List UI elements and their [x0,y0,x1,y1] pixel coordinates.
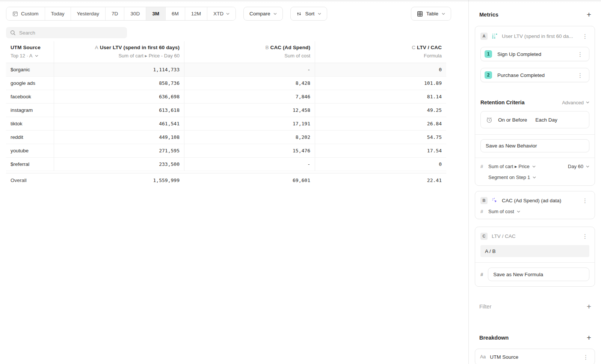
metrics-title: Metrics [479,12,498,18]
results-table: UTM Source Top 12 · A AUser LTV (spend i… [6,41,446,187]
more-menu-icon[interactable]: ⋮ [576,72,584,79]
more-menu-icon[interactable]: ⋮ [581,353,590,361]
table-row[interactable]: facebook 636,698 7,846 81.14 [6,90,446,104]
metric-badge-c: C [480,233,488,240]
string-type-icon: Aa [480,354,486,359]
retention-criteria-header: Retention Criteria Advanced [480,99,589,105]
save-as-new-behavior-button[interactable]: Save as New Behavior [480,139,589,152]
table-overall-row: Overall 1,559,999 69,601 22.41 [6,173,446,187]
chevron-down-icon [533,176,536,179]
range-yesterday-button[interactable]: Yesterday [71,7,106,20]
divider [475,158,595,158]
more-menu-icon[interactable]: ⋮ [581,233,589,240]
breakdown-title: Breakdown [479,335,509,341]
range-xtd-button[interactable]: XTD [207,7,236,20]
add-breakdown-button[interactable]: + [587,334,591,341]
search-bar [6,27,127,38]
metric-c-header[interactable]: C LTV / CAC ⋮ [480,231,589,241]
column-header-c[interactable]: CLTV / CAC Formula [315,41,446,63]
breakdown-item-utm-source[interactable]: Aa UTM Source ⋮ [475,349,595,364]
column-header-b[interactable]: BCAC (Ad Spend) Sum of cost [184,41,315,63]
range-7d-button[interactable]: 7D [106,7,124,20]
breakdown-item-label: UTM Source [490,354,577,360]
measure-row: # Sum of cost [480,209,589,214]
table-header: UTM Source Top 12 · A AUser LTV (spend i… [6,41,446,63]
table-row[interactable]: reddit 449,108 8,202 54.75 [6,131,446,144]
range-today-button[interactable]: Today [45,7,71,20]
add-filter-button[interactable]: + [587,302,591,310]
retention-condition-dropdown[interactable]: On or Before [498,117,527,123]
metric-badge-b: B [480,197,488,204]
advanced-dropdown[interactable]: Advanced [562,100,589,105]
metric-b-name: CAC (Ad Spend) (ad data) [502,198,577,203]
range-6m-button[interactable]: 6M [166,7,185,20]
range-30d-button[interactable]: 30D [124,7,146,20]
metric-a-name: User LTV (spend in first 60 da... [502,33,577,39]
measure-property-dropdown[interactable]: Sum of cost [488,209,520,214]
chevron-down-icon [442,13,445,15]
main-content: Custom Today Yesterday 7D 30D 3M 6M 12M … [0,0,469,364]
divider [475,134,595,135]
segment-on-step-dropdown[interactable]: Segment on Step 1 [488,174,589,180]
table-row[interactable]: instagram 613,618 12,458 49.25 [6,104,446,117]
sort-button[interactable]: Sort [290,7,327,21]
save-as-new-formula-button[interactable]: Save as New Formula [488,268,589,281]
step-2-badge: 2 [485,71,492,79]
chevron-down-icon [517,211,520,213]
behavior-dots-icon [492,33,498,39]
measure-day-dropdown[interactable]: Day 60 [568,164,589,169]
number-type-icon: # [480,272,483,277]
number-type-icon: # [480,164,484,169]
table-row[interactable]: google ads 858,736 8,428 101.89 [6,77,446,90]
metric-c-name: LTV / CAC [492,233,577,239]
metric-badge-a: A [480,33,488,40]
metric-b-header[interactable]: B CAC (Ad Spend) (ad data) ⋮ [480,195,589,206]
measure-row: # Sum of cart ▸ Price Day 60 [480,164,589,169]
metrics-section-header: Metrics + [475,11,595,18]
table-row[interactable]: $organic 1,114,733 - 0 [6,63,446,77]
chevron-down-icon [586,101,589,104]
table-row[interactable]: tiktok 461,541 17,191 26.84 [6,117,446,131]
retention-criteria-card[interactable]: On or Before Each Day [480,111,589,128]
step-2-label: Purchase Completed [497,72,571,78]
column-header-a[interactable]: AUser LTV (spend in first 60 days) Sum o… [54,41,184,63]
date-range-group: Custom Today Yesterday 7D 30D 3M 6M 12M … [6,7,236,21]
more-menu-icon[interactable]: ⋮ [576,51,584,58]
chevron-down-icon [226,13,230,15]
filter-title: Filter [479,304,491,310]
range-custom-button[interactable]: Custom [6,7,45,20]
table-row[interactable]: $referral 233,500 - 0 [6,158,446,171]
add-metric-button[interactable]: + [587,11,591,18]
chevron-down-icon [273,13,277,15]
view-type-table-button[interactable]: Table [411,7,451,21]
step-1-card[interactable]: 1 Sign Up Completed ⋮ [480,47,589,61]
search-input[interactable] [19,30,123,36]
metric-a-header[interactable]: A User LTV (spend in first 60 da... ⋮ [480,31,589,41]
formula-footer: # Save as New Formula [480,268,589,281]
chevron-down-icon [532,165,536,168]
chevron-down-icon [35,55,38,57]
measure-property-dropdown[interactable]: Sum of cart ▸ Price [488,164,564,169]
chevron-down-icon [318,13,321,15]
retention-criteria-title: Retention Criteria [480,99,524,105]
retention-period-dropdown[interactable]: Each Day [535,117,557,123]
formula-input[interactable]: A / B [480,245,589,257]
calendar-icon [12,11,18,17]
more-menu-icon[interactable]: ⋮ [581,33,589,40]
step-2-card[interactable]: 2 Purchase Completed ⋮ [480,68,589,82]
metric-card-b: B CAC (Ad Spend) (ad data) ⋮ # Sum of co… [475,191,595,219]
range-label: Custom [21,11,39,17]
filter-section-header: Filter + [475,302,595,310]
range-3m-button[interactable]: 3M [146,7,166,20]
ad-click-spark-icon [492,197,498,203]
more-menu-icon[interactable]: ⋮ [581,197,589,204]
metric-card-c: C LTV / CAC ⋮ A / B # Save as New Formul… [475,227,595,287]
compare-button[interactable]: Compare [243,7,283,21]
search-icon [10,30,16,36]
range-12m-button[interactable]: 12M [185,7,207,20]
chevron-down-icon [586,165,589,168]
alarm-clock-icon [486,116,493,123]
column-header-utm-source[interactable]: UTM Source Top 12 · A [6,41,54,63]
query-builder-sidebar: Metrics + A User LTV (spend in first 60 … [469,0,601,364]
table-row[interactable]: youtube 271,595 15,476 17.54 [6,144,446,158]
